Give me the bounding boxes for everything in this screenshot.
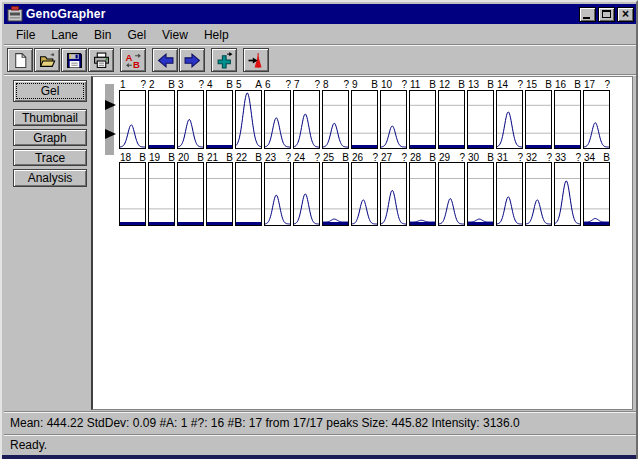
titlebar[interactable]: GenoGrapher ×	[4, 4, 636, 24]
goto-peak-icon	[248, 52, 265, 69]
lane-number: 16	[555, 79, 566, 90]
bin-marker-arrow[interactable]	[105, 100, 116, 110]
add-bin-icon	[216, 52, 233, 69]
bin-marker-strip	[105, 84, 114, 155]
minimize-icon	[583, 17, 590, 19]
sidebar-button-gel[interactable]: Gel	[13, 80, 87, 102]
maximize-button[interactable]	[598, 7, 615, 22]
sidebar-button-thumbnail[interactable]: Thumbnail	[13, 109, 87, 126]
lane-panel-30[interactable]	[467, 162, 494, 226]
lane-panel-19[interactable]	[148, 162, 175, 226]
gel-view-area[interactable]: 1?2B3?4B5A6?7?8?9B10?11B12B13B14?15B16B1…	[91, 76, 633, 410]
lane-panel-16[interactable]	[554, 90, 581, 149]
lane-class: ?	[285, 79, 291, 90]
lane-panel-14[interactable]	[496, 90, 523, 149]
menu-item-file[interactable]: File	[8, 27, 43, 43]
lane-number: 17	[584, 79, 595, 90]
lane-panel-34[interactable]	[583, 162, 610, 226]
lane-panel-25[interactable]	[322, 162, 349, 226]
window-bottom-edge	[2, 455, 638, 459]
lane-panel-27[interactable]	[380, 162, 407, 226]
window-title: GenoGrapher	[26, 7, 577, 21]
sidebar-button-analysis[interactable]: Analysis	[13, 169, 87, 187]
menu-item-lane[interactable]: Lane	[43, 27, 86, 43]
lane-number: 15	[526, 79, 537, 90]
lane-class: ?	[314, 79, 320, 90]
lane-panel-7[interactable]	[293, 90, 320, 149]
toolbar-button-new-file[interactable]	[7, 48, 33, 72]
lane-panel-31[interactable]	[496, 162, 523, 226]
lane-panel-33[interactable]	[554, 162, 581, 226]
toolbar-button-goto-peak[interactable]	[243, 48, 269, 72]
print-icon	[93, 52, 110, 69]
lane-header-11: 11B	[409, 79, 437, 90]
lane-panel-24[interactable]	[293, 162, 320, 226]
lane-panel-23[interactable]	[264, 162, 291, 226]
toolbar-button-prev-lane[interactable]	[152, 48, 178, 72]
lane-class: ?	[604, 79, 610, 90]
lane-number: 10	[381, 79, 392, 90]
toolbar-button-open-file[interactable]	[34, 48, 60, 72]
lane-panel-5[interactable]	[235, 90, 262, 149]
lane-panel-17[interactable]	[583, 90, 610, 149]
menu-item-view[interactable]: View	[154, 27, 196, 43]
svg-text:B: B	[132, 59, 139, 69]
lane-panel-18[interactable]	[119, 162, 146, 226]
lane-number: 3	[178, 79, 184, 90]
menu-item-help[interactable]: Help	[196, 27, 237, 43]
menu-item-bin[interactable]: Bin	[86, 27, 119, 43]
lane-number: 11	[410, 79, 420, 90]
lane-panel-26[interactable]	[351, 162, 378, 226]
toolbar-button-next-lane[interactable]	[179, 48, 205, 72]
lane-panel-32[interactable]	[525, 162, 552, 226]
lane-panel-12[interactable]	[438, 90, 465, 149]
lane-panel-10[interactable]	[380, 90, 407, 149]
svg-text:A: A	[125, 52, 132, 63]
lane-panel-9[interactable]	[351, 90, 378, 149]
bin-marker-arrow[interactable]	[105, 129, 116, 139]
close-button[interactable]: ×	[617, 7, 634, 22]
lane-panel-6[interactable]	[264, 90, 291, 149]
arrow-right-icon	[184, 52, 201, 69]
lane-panel-1[interactable]	[119, 90, 146, 149]
lane-panel-11[interactable]	[409, 90, 436, 149]
lane-panel-21[interactable]	[206, 162, 233, 226]
lane-header-4: 4B	[206, 79, 234, 90]
lane-header-15: 15B	[525, 79, 553, 90]
lane-panel-15[interactable]	[525, 90, 552, 149]
lane-panel-13[interactable]	[467, 90, 494, 149]
lane-class: ?	[517, 79, 523, 90]
lane-class: B	[458, 79, 465, 90]
toolbar: AB	[4, 46, 636, 74]
gel-stats-bar: Mean: 444.22 StdDev: 0.09 #A: 1 #?: 16 #…	[4, 411, 636, 434]
genographer-window: { "window": { "title": "GenoGrapher", "c…	[0, 0, 638, 459]
close-icon: ×	[622, 8, 629, 20]
lane-panel-3[interactable]	[177, 90, 204, 149]
sidebar-button-graph[interactable]: Graph	[13, 129, 87, 146]
lane-panel-22[interactable]	[235, 162, 262, 226]
lane-number: 8	[323, 79, 329, 90]
lane-panel-4[interactable]	[206, 90, 233, 149]
toolbar-button-save-file[interactable]	[61, 48, 87, 72]
lane-panel-2[interactable]	[148, 90, 175, 149]
lane-panel-20[interactable]	[177, 162, 204, 226]
toolbar-button-add-bin[interactable]	[211, 48, 237, 72]
maximize-icon	[602, 10, 611, 18]
toolbar-button-rename-ab[interactable]: AB	[120, 48, 146, 72]
lane-number: 2	[149, 79, 155, 90]
menubar: FileLaneBinGelViewHelp	[4, 26, 636, 44]
lane-panel-8[interactable]	[322, 90, 349, 149]
sidebar-button-trace[interactable]: Trace	[13, 149, 87, 166]
lane-header-6: 6?	[264, 79, 292, 90]
lane-header-3: 3?	[177, 79, 205, 90]
lane-class: B	[168, 79, 175, 90]
lane-panel-29[interactable]	[438, 162, 465, 226]
menu-item-gel[interactable]: Gel	[119, 27, 154, 43]
lane-class: ?	[401, 79, 407, 90]
lane-class: B	[487, 79, 494, 90]
lane-header-16: 16B	[554, 79, 582, 90]
toolbar-button-print[interactable]	[88, 48, 114, 72]
lane-number: 6	[265, 79, 271, 90]
minimize-button[interactable]	[579, 7, 596, 22]
lane-panel-28[interactable]	[409, 162, 436, 226]
